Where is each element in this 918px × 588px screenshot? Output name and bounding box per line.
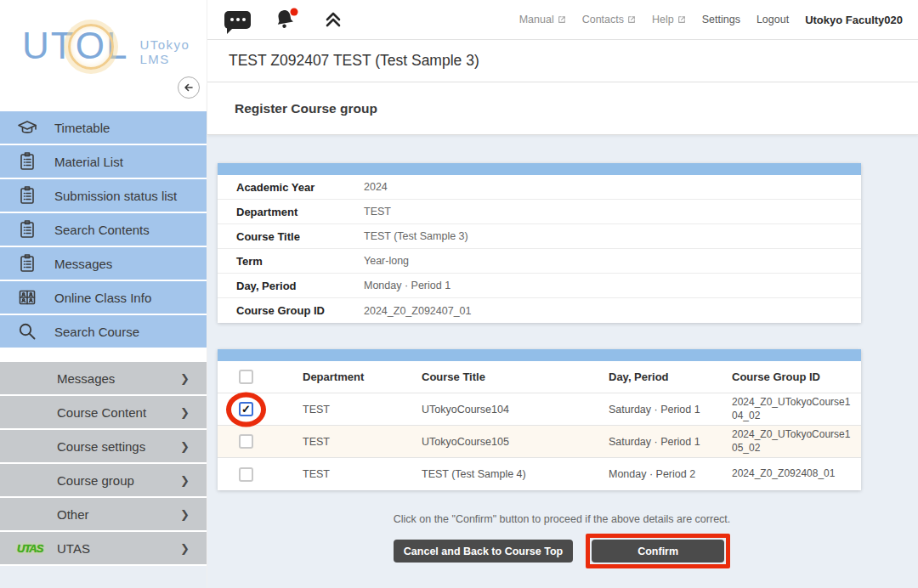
detail-row: Term Year-long xyxy=(218,249,861,274)
detail-row: Course Title TEST (Test Sample 3) xyxy=(218,224,861,249)
sidebar-item-submission-status[interactable]: Submission status list xyxy=(0,179,207,212)
confirm-button[interactable]: Confirm xyxy=(592,540,724,563)
sidebar-item-material-list[interactable]: Material List xyxy=(0,145,207,178)
settings-link[interactable]: Settings xyxy=(702,14,740,25)
sidebar-item-label: Course Content xyxy=(57,405,146,420)
collapse-header-chevrons-icon[interactable] xyxy=(322,9,344,30)
chevron-right-icon: ❯ xyxy=(180,508,190,521)
chevron-right-icon: ❯ xyxy=(180,440,190,453)
footer-area: Click on the "Confirm" button to proceed… xyxy=(218,513,906,568)
messages-icon xyxy=(14,253,40,274)
chevron-right-icon: ❯ xyxy=(180,372,190,385)
sidebar-item-label: Search Contents xyxy=(54,223,150,237)
chevron-right-icon: ❯ xyxy=(180,542,190,555)
sidebar-item-label: UTAS xyxy=(57,541,90,556)
confirm-instruction-text: Click on the "Confirm" button to proceed… xyxy=(218,513,906,525)
chevron-right-icon: ❯ xyxy=(180,406,190,419)
section-header: Register Course group xyxy=(207,82,918,135)
sidebar-item-course-content[interactable]: Course Content ❯ xyxy=(0,396,207,428)
detail-row: Day, Period Monday · Period 1 xyxy=(218,274,861,298)
sidebar-item-label: Messages xyxy=(57,371,115,386)
submission-status-icon xyxy=(14,185,40,206)
detail-row: Academic Year 2024 xyxy=(218,175,861,200)
course-details-table: Academic Year 2024 Department TEST Cours… xyxy=(218,163,861,323)
sidebar-item-messages[interactable]: Messages xyxy=(0,247,207,280)
contacts-link[interactable]: Contacts xyxy=(582,14,636,25)
annotation-red-rectangle: Confirm xyxy=(586,534,730,568)
sidebar-filler xyxy=(0,566,207,588)
table-header-strip xyxy=(218,163,861,175)
course-title-bar: TEST Z092407 TEST (Test Sample 3) xyxy=(207,40,918,82)
sidebar-item-label: Material List xyxy=(54,155,123,169)
page-title: TEST Z092407 TEST (Test Sample 3) xyxy=(229,52,479,70)
detail-row: Course Group ID 2024_Z0_Z092407_01 xyxy=(218,298,861,323)
sidebar-item-label: Submission status list xyxy=(54,189,177,203)
user-name: Utokyo Faculty020 xyxy=(805,14,903,26)
sidebar-section-gap xyxy=(0,349,207,362)
sidebar-item-label: Messages xyxy=(54,257,112,271)
notifications-bell-icon[interactable] xyxy=(273,7,300,32)
help-link[interactable]: Help xyxy=(652,14,686,25)
table-row: TEST UTokyoCourse105 Saturday · Period 1… xyxy=(218,426,861,458)
timetable-icon xyxy=(14,116,40,139)
section-title: Register Course group xyxy=(235,101,377,116)
sidebar-item-search-contents[interactable]: Search Contents xyxy=(0,213,207,246)
sidebar-item-course-settings[interactable]: Course settings ❯ xyxy=(0,430,207,462)
main-area: Manual Contacts Help Settings Logout Uto… xyxy=(207,0,918,588)
notification-dot xyxy=(291,8,298,16)
sidebar-item-label: Course settings xyxy=(57,439,145,454)
external-link-icon xyxy=(558,15,566,24)
sidebar-item-utas[interactable]: UTAS UTAS ❯ xyxy=(0,532,207,564)
course-group-selection-table: Department Course Title Day, Period Cour… xyxy=(218,349,861,490)
table-row: ✓ TEST UTokyoCourse104 Saturday · Period… xyxy=(218,393,861,426)
sidebar-item-online-class-info[interactable]: Online Class Info xyxy=(0,281,207,314)
material-list-icon xyxy=(14,151,40,172)
select-all-checkbox[interactable] xyxy=(239,370,253,384)
utol-logo: UTOL UTokyo LMS xyxy=(22,27,190,67)
sidebar-item-course-group[interactable]: Course group ❯ xyxy=(0,464,207,496)
search-contents-icon xyxy=(14,219,40,240)
detail-row: Department TEST xyxy=(218,200,861,224)
messages-bubble-icon[interactable] xyxy=(224,11,251,29)
external-link-icon xyxy=(627,15,636,24)
row-checkbox[interactable] xyxy=(239,434,253,449)
topbar: Manual Contacts Help Settings Logout Uto… xyxy=(207,0,918,40)
sidebar-item-label: Timetable xyxy=(54,121,110,135)
sidebar-item-label: Course group xyxy=(57,473,134,488)
cancel-button[interactable]: Cancel and Back to Course Top xyxy=(394,540,573,563)
row-checkbox[interactable]: ✓ xyxy=(239,402,253,416)
logo-area: UTOL UTokyo LMS xyxy=(0,0,207,111)
arrow-left-icon xyxy=(183,82,195,93)
external-link-icon xyxy=(677,15,686,24)
sidebar-item-messages-menu[interactable]: Messages ❯ xyxy=(0,362,207,394)
table-header-strip xyxy=(218,349,861,361)
sidebar-item-search-course[interactable]: Search Course xyxy=(0,315,207,348)
row-checkbox[interactable] xyxy=(239,467,253,482)
sidebar-collapse-button[interactable] xyxy=(178,76,200,99)
search-course-icon xyxy=(14,321,40,342)
online-class-info-icon xyxy=(14,287,40,308)
sidebar-item-label: Search Course xyxy=(54,325,139,339)
sidebar-item-label: Online Class Info xyxy=(54,291,151,305)
utas-logo-icon: UTAS xyxy=(17,542,42,555)
content-area: Academic Year 2024 Department TEST Cours… xyxy=(207,135,918,588)
manual-link[interactable]: Manual xyxy=(519,14,566,25)
logo-subtitle: UTokyo LMS xyxy=(139,37,190,67)
sidebar: UTOL UTokyo LMS Timetable Material List … xyxy=(0,0,207,588)
table-header-row: Department Course Title Day, Period Cour… xyxy=(218,361,861,393)
table-row: TEST TEST (Test Sample 4) Monday · Perio… xyxy=(218,458,861,490)
chevron-right-icon: ❯ xyxy=(180,474,190,487)
sidebar-item-label: Other xyxy=(57,507,89,522)
logo-o-ring: O xyxy=(76,27,106,65)
logout-link[interactable]: Logout xyxy=(756,14,789,25)
sidebar-item-timetable[interactable]: Timetable xyxy=(0,111,207,144)
sidebar-item-other[interactable]: Other ❯ xyxy=(0,498,207,530)
